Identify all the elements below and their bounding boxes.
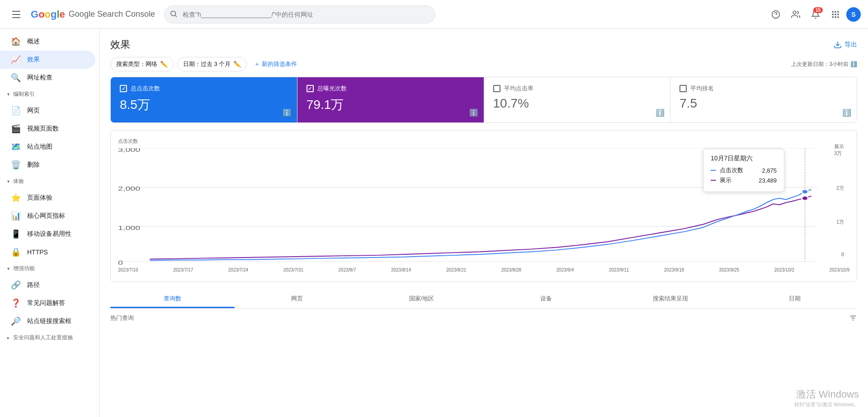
metric-clicks-value: 8.5万 (120, 96, 288, 113)
info-icon: ℹ️ (850, 61, 857, 67)
svg-point-0 (171, 11, 176, 16)
svg-rect-12 (835, 16, 836, 18)
tooltip-clicks-value: 2,875 (762, 167, 777, 174)
svg-line-1 (175, 15, 176, 16)
notifications-button[interactable]: 15 (807, 5, 825, 23)
sidebar-item-https[interactable]: 🔒 HTTPS (0, 243, 95, 261)
x-label-4: 2023/8/7 (339, 267, 356, 272)
tooltip-impressions-label: 展示 (720, 176, 755, 184)
sidebar-item-overview[interactable]: 🏠 概述 (0, 33, 95, 51)
x-label-9: 2023/9/11 (609, 267, 629, 272)
x-label-1: 2023/7/17 (173, 267, 193, 272)
metric-impressions[interactable]: 总曝光次数 79.1万 ℹ️ (297, 77, 484, 122)
filters-row: 搜索类型：网络 ✏️ 日期：过去 3 个月 ✏️ ＋ 新的筛选条件 上次更新日期… (99, 57, 868, 77)
tab-dates[interactable]: 日期 (733, 289, 857, 308)
metric-clicks[interactable]: 总点击次数 8.5万 ℹ️ (111, 77, 297, 122)
tab-countries[interactable]: 国家/地区 (359, 289, 484, 308)
apps-button[interactable] (826, 5, 844, 23)
tab-search-appearance[interactable]: 搜索结果呈现 (608, 289, 732, 308)
sitelinks-icon: 🔎 (11, 316, 20, 326)
metric-position-checkbox[interactable] (679, 85, 687, 92)
sidebar-label-effect: 效果 (27, 56, 40, 64)
tab-pages[interactable]: 网页 (235, 289, 359, 308)
metric-position[interactable]: 平均排名 7.5 ℹ️ (670, 77, 857, 122)
sidebar-item-path[interactable]: 🔗 路径 (0, 276, 95, 294)
sidebar-item-video[interactable]: 🎬 视频页面数 (0, 120, 95, 138)
metric-clicks-help: ℹ️ (283, 108, 292, 117)
people-button[interactable] (787, 5, 805, 23)
search-input[interactable] (164, 5, 435, 23)
metric-position-label: 平均排名 (690, 84, 714, 93)
sidebar-item-core-web[interactable]: 📊 核心网页指标 (0, 207, 95, 225)
sidebar-item-faq[interactable]: ❓ 常见问题解答 (0, 294, 95, 312)
sort-controls (849, 314, 857, 322)
filter-search-type[interactable]: 搜索类型：网络 ✏️ (110, 57, 174, 71)
section-index-label: 编制索引 (13, 90, 35, 98)
sidebar-label-faq: 常见问题解答 (27, 299, 65, 307)
svg-text:0: 0 (118, 259, 123, 266)
right-axis-label-top: 展示3万 (834, 143, 844, 157)
sidebar-item-sitelinks[interactable]: 🔎 站点链接搜索框 (0, 312, 95, 330)
section-header-enhance[interactable]: ▾ 增强功能 (0, 261, 99, 276)
filter-icon[interactable] (849, 314, 857, 322)
sidebar-item-sitemap[interactable]: 🗺️ 站点地图 (0, 138, 95, 156)
topbar-actions: 15 S (767, 5, 861, 23)
win-activate-line1: 激活 Windows (794, 388, 859, 401)
tab-queries-label: 查询数 (164, 295, 181, 302)
add-filter-button[interactable]: ＋ 新的筛选条件 (250, 57, 301, 71)
last-updated: 上次更新日期：3小时前 ℹ️ (791, 61, 857, 68)
avatar[interactable]: S (846, 7, 861, 22)
svg-rect-5 (832, 11, 834, 12)
app-title: Google Search Console (69, 9, 155, 19)
hot-query-label: 热门查询 (110, 314, 134, 322)
metric-ctr[interactable]: 平均点击率 10.7% ℹ️ (484, 77, 671, 122)
metric-ctr-checkbox[interactable] (493, 85, 500, 92)
sidebar-item-mobile[interactable]: 📱 移动设备易用性 (0, 225, 95, 243)
x-label-11: 2023/9/25 (719, 267, 740, 272)
sidebar-item-webpage[interactable]: 📄 网页 (0, 102, 95, 120)
x-label-12: 2023/10/2 (774, 267, 795, 272)
section-header-experience[interactable]: ▾ 体验 (0, 174, 99, 189)
filter-date[interactable]: 日期：过去 3 个月 ✏️ (177, 57, 247, 71)
x-label-8: 2023/9/4 (557, 267, 574, 272)
sidebar-item-effect[interactable]: 📈 效果 (0, 51, 95, 69)
metric-impressions-label: 总曝光次数 (317, 84, 347, 93)
sidebar-item-url-inspect[interactable]: 🔍 网址检查 (0, 69, 95, 87)
sidebar-item-page-exp[interactable]: ⭐ 页面体验 (0, 189, 95, 207)
metric-impressions-checkbox[interactable] (307, 85, 314, 92)
chart-icon: 📈 (11, 55, 20, 65)
export-button[interactable]: 导出 (834, 41, 857, 49)
search-bar (164, 5, 435, 23)
sidebar-label-mobile: 移动设备易用性 (27, 230, 71, 238)
chart-tooltip: 10月7日星期六 点击次数 2,875 展示 23,489 (703, 149, 784, 192)
home-icon: 🏠 (11, 37, 20, 47)
page-exp-icon: ⭐ (11, 193, 20, 203)
metric-clicks-label: 总点击次数 (131, 84, 160, 93)
win-activate-line2: 转到"设置"以激活 Windows。 (794, 401, 859, 408)
menu-button[interactable] (7, 5, 25, 23)
metric-position-header: 平均排名 (679, 84, 848, 93)
metric-clicks-checkbox[interactable] (120, 85, 127, 92)
google-logo: Google (31, 9, 65, 20)
tooltip-date: 10月7日星期六 (711, 155, 777, 163)
metric-impressions-value: 79.1万 (307, 96, 475, 113)
section-enhance-label: 增强功能 (13, 265, 35, 272)
tooltip-clicks-row: 点击次数 2,875 (711, 166, 777, 174)
tooltip-impressions-row: 展示 23,489 (711, 176, 777, 184)
help-button[interactable] (767, 5, 785, 23)
sidebar-item-delete[interactable]: 🗑️ 删除 (0, 156, 95, 174)
main-content: 效果 导出 搜索类型：网络 ✏️ 日期：过去 3 个月 ✏️ ＋ 新的筛选条件 … (99, 29, 868, 417)
sidebar-label-sitelinks: 站点链接搜索框 (27, 317, 71, 325)
chart-y-label: 点击次数 (118, 138, 849, 145)
tab-devices[interactable]: 设备 (484, 289, 608, 308)
section-header-index[interactable]: ▾ 编制索引 (0, 87, 99, 102)
tab-queries[interactable]: 查询数 (110, 289, 235, 308)
svg-rect-9 (835, 14, 836, 15)
x-label-6: 2023/8/21 (446, 267, 467, 272)
delete-icon: 🗑️ (11, 160, 20, 170)
tab-pages-label: 网页 (291, 295, 303, 302)
section-header-security[interactable]: ▸ 安全问题和人工处置措施 (0, 330, 99, 345)
tooltip-clicks-dot (711, 170, 716, 171)
sidebar-label-core-web: 核心网页指标 (27, 212, 65, 220)
tooltip-impressions-dot (711, 180, 716, 181)
